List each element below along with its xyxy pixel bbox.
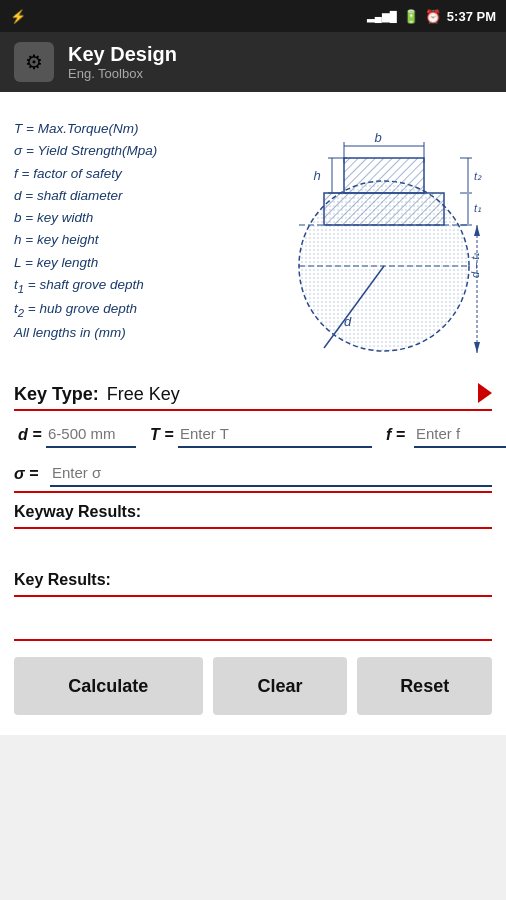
T-label: T =: [146, 426, 174, 444]
key-type-label: Key Type:: [14, 384, 99, 405]
gear-icon: ⚙: [25, 50, 43, 74]
clock-icon: ⏰: [425, 9, 441, 24]
key-results-area: [14, 597, 492, 629]
app-icon: ⚙: [14, 42, 54, 82]
svg-rect-4: [324, 193, 444, 225]
svg-text:d – t₁: d – t₁: [469, 253, 481, 278]
input-row-sigma: σ =: [14, 450, 492, 493]
label-sigma: σ = Yield Strength(Mpa): [14, 140, 272, 162]
header-text: Key Design Eng. Toolbox: [68, 43, 177, 81]
status-right: ▂▄▆█ 🔋 ⏰ 5:37 PM: [367, 9, 496, 24]
diagram-section: T = Max.Torque(Nm) σ = Yield Strength(Mp…: [14, 102, 492, 374]
svg-marker-24: [474, 225, 480, 236]
svg-text:t₁: t₁: [474, 202, 481, 214]
label-t2: t2 = hub grove depth: [14, 298, 272, 322]
status-bar: ⚡ ▂▄▆█ 🔋 ⏰ 5:37 PM: [0, 0, 506, 32]
battery-icon: 🔋: [403, 9, 419, 24]
svg-text:t₂: t₂: [474, 170, 482, 182]
sigma-label: σ =: [14, 465, 50, 483]
label-b: b = key width: [14, 207, 272, 229]
svg-rect-3: [344, 158, 424, 193]
T-input[interactable]: [178, 421, 372, 448]
reset-button[interactable]: Reset: [357, 657, 492, 715]
signal-icon: ▂▄▆█: [367, 11, 397, 22]
key-type-row[interactable]: Key Type: Free Key: [14, 374, 492, 411]
f-label: f =: [382, 426, 410, 444]
key-type-value: Free Key: [107, 384, 180, 405]
main-content: T = Max.Torque(Nm) σ = Yield Strength(Mp…: [0, 92, 506, 735]
app-subtitle: Eng. Toolbox: [68, 66, 177, 81]
calculate-button[interactable]: Calculate: [14, 657, 203, 715]
label-f: f = factor of safety: [14, 163, 272, 185]
label-T: T = Max.Torque(Nm): [14, 118, 272, 140]
button-row: Calculate Clear Reset: [14, 639, 492, 725]
dropdown-arrow-icon[interactable]: [478, 383, 492, 403]
app-header: ⚙ Key Design Eng. Toolbox: [0, 32, 506, 92]
input-row-dtf: d = T = f =: [14, 411, 492, 450]
status-left: ⚡: [10, 9, 26, 24]
sigma-input[interactable]: [50, 460, 492, 487]
time-display: 5:37 PM: [447, 9, 496, 24]
svg-text:h: h: [313, 168, 320, 183]
key-diagram: b h t₂ t₁ d d – t₁: [272, 108, 492, 368]
clear-button[interactable]: Clear: [213, 657, 348, 715]
d-input[interactable]: [46, 421, 136, 448]
svg-text:b: b: [374, 130, 381, 145]
keyway-results-area: [14, 529, 492, 561]
label-units: All lengths in (mm): [14, 322, 272, 344]
keyway-results-header: Keyway Results:: [14, 493, 492, 529]
key-results-header: Key Results:: [14, 561, 492, 597]
label-h: h = key height: [14, 229, 272, 251]
d-label: d =: [14, 426, 42, 444]
svg-text:d: d: [344, 314, 352, 329]
label-d: d = shaft diameter: [14, 185, 272, 207]
label-L: L = key length: [14, 252, 272, 274]
svg-marker-25: [474, 342, 480, 353]
f-input[interactable]: [414, 421, 506, 448]
diagram-labels: T = Max.Torque(Nm) σ = Yield Strength(Mp…: [14, 108, 272, 368]
usb-icon: ⚡: [10, 9, 26, 24]
app-title: Key Design: [68, 43, 177, 66]
label-t1: t1 = shaft grove depth: [14, 274, 272, 298]
